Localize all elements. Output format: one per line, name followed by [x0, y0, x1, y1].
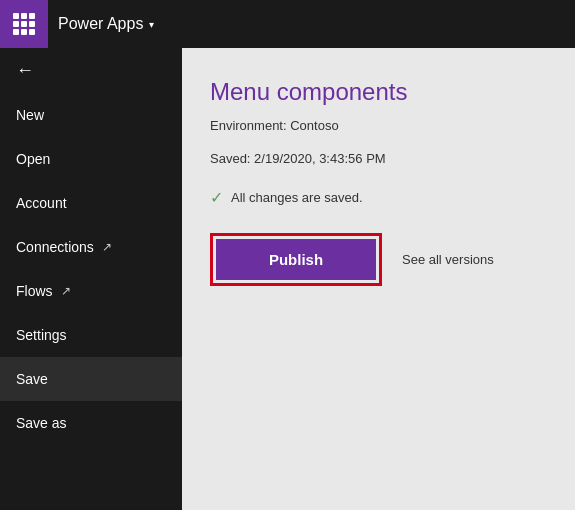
publish-button-wrapper: Publish: [210, 233, 382, 286]
main-layout: ← New Open Account Connections ↗ Flows ↗…: [0, 48, 575, 510]
sidebar-item-connections[interactable]: Connections ↗: [0, 225, 182, 269]
chevron-down-icon: ▾: [149, 19, 154, 30]
external-link-icon-flows: ↗: [61, 284, 71, 298]
sidebar-item-save-as[interactable]: Save as: [0, 401, 182, 445]
sidebar-item-save-as-label: Save as: [16, 415, 67, 431]
top-bar: Power Apps ▾: [0, 0, 575, 48]
app-launcher-button[interactable]: [0, 0, 48, 48]
changes-status-row: ✓ All changes are saved.: [210, 188, 547, 207]
sidebar-item-save-label: Save: [16, 371, 48, 387]
waffle-icon: [13, 13, 35, 35]
sidebar-item-flows-label: Flows: [16, 283, 53, 299]
publish-button[interactable]: Publish: [216, 239, 376, 280]
environment-label: Environment: Contoso: [210, 118, 547, 133]
sidebar-item-save[interactable]: Save: [0, 357, 182, 401]
checkmark-icon: ✓: [210, 188, 223, 207]
sidebar-item-connections-label: Connections: [16, 239, 94, 255]
sidebar-item-new-label: New: [16, 107, 44, 123]
back-arrow-icon: ←: [16, 60, 34, 81]
saved-timestamp: Saved: 2/19/2020, 3:43:56 PM: [210, 151, 547, 166]
sidebar-item-settings-label: Settings: [16, 327, 67, 343]
back-button[interactable]: ←: [0, 48, 182, 93]
external-link-icon: ↗: [102, 240, 112, 254]
sidebar-item-flows[interactable]: Flows ↗: [0, 269, 182, 313]
app-title: Power Apps: [58, 15, 143, 33]
sidebar-item-settings[interactable]: Settings: [0, 313, 182, 357]
see-all-versions-link[interactable]: See all versions: [402, 252, 494, 267]
sidebar-item-open[interactable]: Open: [0, 137, 182, 181]
sidebar-item-account[interactable]: Account: [0, 181, 182, 225]
sidebar-item-new[interactable]: New: [0, 93, 182, 137]
sidebar-item-account-label: Account: [16, 195, 67, 211]
app-title-area[interactable]: Power Apps ▾: [48, 15, 154, 33]
actions-row: Publish See all versions: [210, 233, 547, 286]
sidebar-item-open-label: Open: [16, 151, 50, 167]
content-area: Menu components Environment: Contoso Sav…: [182, 48, 575, 510]
sidebar: ← New Open Account Connections ↗ Flows ↗…: [0, 48, 182, 510]
page-title: Menu components: [210, 78, 547, 106]
changes-saved-text: All changes are saved.: [231, 190, 363, 205]
